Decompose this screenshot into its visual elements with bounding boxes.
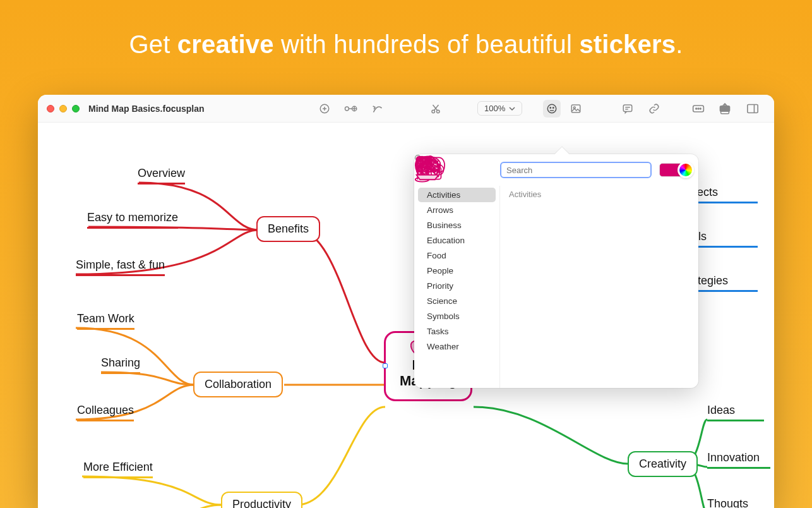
sticker-bowling[interactable] [631, 205, 683, 238]
category-item-food[interactable]: Food [418, 248, 496, 263]
svg-point-3 [432, 110, 435, 113]
add-child-button[interactable] [342, 100, 360, 118]
sticker-basketball[interactable] [515, 205, 567, 238]
category-item-weather[interactable]: Weather [418, 339, 496, 354]
note-button[interactable] [619, 100, 636, 118]
svg-rect-10 [623, 105, 632, 112]
color-wheel-icon[interactable] [678, 162, 694, 178]
titlebar: Mind Map Basics.focusplan 100% [38, 95, 774, 123]
window-minimize-button[interactable] [59, 105, 67, 112]
sticker-category-list: ActivitiesArrowsBusinessEducationFoodPeo… [414, 186, 500, 388]
category-item-priority[interactable]: Priority [418, 279, 496, 293]
hero-tagline: Get creative with hundreds of beautiful … [0, 0, 812, 59]
sticker-popover: ActivitiesArrowsBusinessEducationFoodPeo… [414, 154, 698, 388]
sticker-color-swatch[interactable] [659, 163, 690, 177]
app-window: Mind Map Basics.focusplan 100% [38, 95, 774, 508]
benefits-node[interactable]: Benefits [256, 216, 320, 242]
svg-point-1 [345, 107, 349, 111]
sticker-golf[interactable] [631, 304, 683, 337]
productivity-node[interactable]: Productivity [221, 492, 302, 508]
zoom-dropdown[interactable]: 100% [477, 101, 522, 116]
sidebar-toggle-button[interactable] [744, 100, 761, 118]
sticker-football[interactable] [515, 304, 567, 337]
svg-point-7 [553, 107, 554, 108]
category-item-symbols[interactable]: Symbols [418, 309, 496, 324]
sticker-search[interactable] [500, 162, 652, 178]
sticker-flag-checkered[interactable] [515, 255, 567, 287]
leaf-innovation[interactable]: Innovation [707, 451, 770, 469]
category-item-people[interactable]: People [418, 263, 496, 278]
creativity-node[interactable]: Creativity [628, 451, 698, 477]
svg-point-6 [550, 107, 551, 108]
leaf-sharing[interactable]: Sharing [101, 356, 140, 374]
leaf-easy-to-memorize[interactable]: Easy to memorize [87, 211, 178, 229]
cut-button[interactable] [427, 100, 445, 118]
image-button[interactable] [567, 100, 585, 118]
document-title: Mind Map Basics.focusplan [88, 104, 205, 114]
sticker-table-tennis[interactable] [515, 353, 567, 386]
svg-point-12 [696, 108, 697, 109]
leaf-more-efficient[interactable]: More Efficient [83, 461, 153, 478]
sticker-category-header: Activities [500, 186, 698, 205]
leaf-thougts[interactable]: Thougts [707, 497, 764, 508]
more-button[interactable] [690, 100, 707, 118]
sticker-chess-knight[interactable] [573, 255, 625, 287]
svg-point-13 [698, 108, 699, 109]
svg-rect-17 [748, 104, 758, 112]
window-close-button[interactable] [47, 105, 54, 112]
leaf-ideas[interactable]: Ideas [707, 404, 764, 421]
leaf-team-work[interactable]: Team Work [77, 312, 134, 330]
sticker-button[interactable] [543, 100, 561, 118]
window-zoom-button[interactable] [72, 105, 80, 112]
category-item-business[interactable]: Business [418, 218, 496, 233]
chevron-down-icon [509, 106, 515, 112]
canvas[interactable]: Mind Mapping Benefits Overview Easy to m… [38, 123, 774, 508]
category-item-tasks[interactable]: Tasks [418, 324, 496, 339]
leaf-simple-fast-fun[interactable]: Simple, fast & fun [76, 258, 165, 276]
link-button[interactable] [645, 100, 663, 118]
svg-rect-8 [571, 105, 580, 112]
category-item-arrows[interactable]: Arrows [418, 203, 496, 217]
collaboration-node[interactable]: Collaboration [193, 372, 283, 397]
sticker-grid [500, 205, 698, 388]
svg-point-4 [437, 110, 440, 113]
sticker-gamepad[interactable] [573, 304, 625, 337]
add-node-button[interactable] [316, 100, 333, 118]
sticker-search-input[interactable] [506, 166, 645, 175]
category-item-science[interactable]: Science [418, 294, 496, 308]
svg-point-5 [547, 104, 556, 113]
share-button[interactable] [716, 100, 734, 118]
sticker-running[interactable] [573, 353, 625, 386]
category-item-activities[interactable]: Activities [418, 188, 496, 202]
sticker-bicycle[interactable] [573, 205, 625, 238]
category-item-education[interactable]: Education [418, 233, 496, 248]
zoom-level-label: 100% [484, 104, 505, 113]
relationship-button[interactable] [369, 100, 386, 118]
sticker-sailboat[interactable] [631, 353, 683, 386]
leaf-colleagues[interactable]: Colleagues [77, 404, 134, 421]
svg-point-14 [700, 108, 702, 109]
sticker-dice[interactable] [631, 255, 683, 287]
leaf-overview[interactable]: Overview [138, 167, 185, 184]
